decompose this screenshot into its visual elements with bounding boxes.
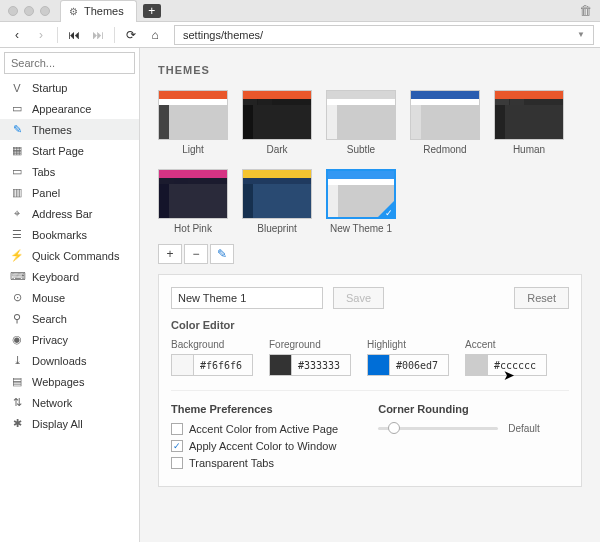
forward-button[interactable]: › xyxy=(30,25,52,45)
theme-blueprint[interactable]: Blueprint xyxy=(242,169,312,234)
theme-thumb xyxy=(242,169,312,219)
fastforward-button[interactable]: ⏭ xyxy=(87,25,109,45)
sidebar-icon: ⊙ xyxy=(10,291,24,304)
browser-tab[interactable]: ⚙ Themes xyxy=(60,0,137,22)
min-dot[interactable] xyxy=(24,6,34,16)
checkbox[interactable] xyxy=(171,423,183,435)
reset-button[interactable]: Reset xyxy=(514,287,569,309)
sidebar-icon: V xyxy=(10,82,24,94)
theme-grid: LightDarkSubtleRedmondHumanHot PinkBluep… xyxy=(158,90,582,234)
pref-label: Accent Color from Active Page xyxy=(189,423,338,435)
reload-button[interactable]: ⟳ xyxy=(120,25,142,45)
color-value[interactable]: #006ed7 xyxy=(390,360,448,371)
close-dot[interactable] xyxy=(8,6,18,16)
slider-handle[interactable] xyxy=(388,422,400,434)
sidebar-item-downloads[interactable]: ⤓Downloads xyxy=(0,350,139,371)
sidebar-item-quick-commands[interactable]: ⚡Quick Commands xyxy=(0,245,139,266)
corner-heading: Corner Rounding xyxy=(378,403,540,415)
sidebar-icon: ▭ xyxy=(10,102,24,115)
sidebar-icon: ⌖ xyxy=(10,207,24,220)
sidebar-item-privacy[interactable]: ◉Privacy xyxy=(0,329,139,350)
prefs-heading: Theme Preferences xyxy=(171,403,338,415)
divider xyxy=(57,27,58,43)
save-button[interactable]: Save xyxy=(333,287,384,309)
sidebar-item-themes[interactable]: ✎Themes xyxy=(0,119,139,140)
color-value[interactable]: #333333 xyxy=(292,360,350,371)
sidebar-icon: ☰ xyxy=(10,228,24,241)
sidebar-label: Network xyxy=(32,397,72,409)
sidebar-label: Quick Commands xyxy=(32,250,119,262)
sidebar-label: Tabs xyxy=(32,166,55,178)
sidebar-item-search[interactable]: ⚲Search xyxy=(0,308,139,329)
theme-thumb xyxy=(158,90,228,140)
sidebar-item-network[interactable]: ⇅Network xyxy=(0,392,139,413)
rewind-button[interactable]: ⏮ xyxy=(63,25,85,45)
theme-light[interactable]: Light xyxy=(158,90,228,155)
sidebar-item-webpages[interactable]: ▤Webpages xyxy=(0,371,139,392)
pref-apply-accent-color-to-window[interactable]: ✓Apply Accent Color to Window xyxy=(171,440,338,452)
theme-name: Human xyxy=(494,144,564,155)
tab-title: Themes xyxy=(84,5,124,17)
home-button[interactable]: ⌂ xyxy=(144,25,166,45)
theme-thumb xyxy=(242,90,312,140)
theme-dark[interactable]: Dark xyxy=(242,90,312,155)
back-button[interactable]: ‹ xyxy=(6,25,28,45)
search-input[interactable] xyxy=(4,52,135,74)
swatch-row[interactable]: #f6f6f6 xyxy=(171,354,253,376)
corner-slider[interactable]: Default xyxy=(378,423,540,434)
sidebar-item-tabs[interactable]: ▭Tabs xyxy=(0,161,139,182)
sidebar-item-panel[interactable]: ▥Panel xyxy=(0,182,139,203)
gear-icon: ⚙ xyxy=(69,6,78,17)
divider xyxy=(114,27,115,43)
pref-label: Transparent Tabs xyxy=(189,457,274,469)
sidebar-item-address-bar[interactable]: ⌖Address Bar xyxy=(0,203,139,224)
checkbox[interactable]: ✓ xyxy=(171,440,183,452)
sidebar-icon: ◉ xyxy=(10,333,24,346)
theme-new-theme-1[interactable]: ✓New Theme 1 xyxy=(326,169,396,234)
sidebar-item-keyboard[interactable]: ⌨Keyboard xyxy=(0,266,139,287)
sidebar-label: Themes xyxy=(32,124,72,136)
sidebar-icon: ⚡ xyxy=(10,249,24,262)
add-theme-button[interactable]: + xyxy=(158,244,182,264)
color-swatch[interactable] xyxy=(270,355,292,375)
swatch-row[interactable]: #006ed7 xyxy=(367,354,449,376)
color-value[interactable]: #f6f6f6 xyxy=(194,360,252,371)
sidebar-icon: ⌨ xyxy=(10,270,24,283)
dropdown-icon[interactable]: ▼ xyxy=(577,30,585,39)
trash-icon[interactable]: 🗑 xyxy=(579,3,592,18)
new-tab-button[interactable]: + xyxy=(143,4,161,18)
swatch-label: Foreground xyxy=(269,339,351,350)
slider-label: Default xyxy=(508,423,540,434)
theme-hot-pink[interactable]: Hot Pink xyxy=(158,169,228,234)
theme-redmond[interactable]: Redmond xyxy=(410,90,480,155)
checkbox[interactable] xyxy=(171,457,183,469)
swatch-row[interactable]: #cccccc xyxy=(465,354,547,376)
color-editor-heading: Color Editor xyxy=(171,319,569,331)
url-bar[interactable]: settings/themes/ ▼ xyxy=(174,25,594,45)
sidebar-icon: ⇅ xyxy=(10,396,24,409)
sidebar-item-bookmarks[interactable]: ☰Bookmarks xyxy=(0,224,139,245)
color-swatches: ➤ Background#f6f6f6Foreground#333333High… xyxy=(171,339,569,376)
swatch-row[interactable]: #333333 xyxy=(269,354,351,376)
sidebar-item-mouse[interactable]: ⊙Mouse xyxy=(0,287,139,308)
sidebar-item-startup[interactable]: VStartup xyxy=(0,78,139,98)
color-swatch[interactable] xyxy=(466,355,488,375)
edit-theme-button[interactable]: ✎ xyxy=(210,244,234,264)
swatch-foreground: Foreground#333333 xyxy=(269,339,351,376)
sidebar-item-start-page[interactable]: ▦Start Page xyxy=(0,140,139,161)
swatch-label: Background xyxy=(171,339,253,350)
sidebar-item-appearance[interactable]: ▭Appearance xyxy=(0,98,139,119)
color-swatch[interactable] xyxy=(172,355,194,375)
theme-name-input[interactable] xyxy=(171,287,323,309)
sidebar-item-display-all[interactable]: ✱Display All xyxy=(0,413,139,434)
color-swatch[interactable] xyxy=(368,355,390,375)
color-value[interactable]: #cccccc xyxy=(488,360,546,371)
theme-subtle[interactable]: Subtle xyxy=(326,90,396,155)
sidebar-icon: ✎ xyxy=(10,123,24,136)
theme-human[interactable]: Human xyxy=(494,90,564,155)
remove-theme-button[interactable]: − xyxy=(184,244,208,264)
pref-transparent-tabs[interactable]: Transparent Tabs xyxy=(171,457,338,469)
pref-accent-color-from-active-page[interactable]: Accent Color from Active Page xyxy=(171,423,338,435)
max-dot[interactable] xyxy=(40,6,50,16)
sidebar-icon: ⚲ xyxy=(10,312,24,325)
